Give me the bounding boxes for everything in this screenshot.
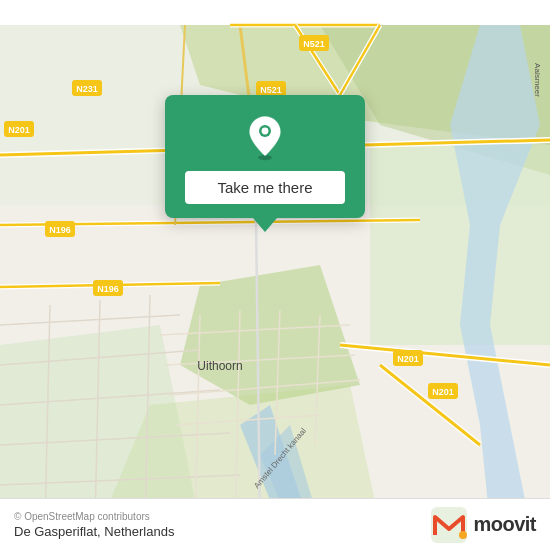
svg-text:N231: N231 [76, 84, 98, 94]
map-container: N521 N521 N231 N201 N196 N196 N201 N201 … [0, 0, 550, 550]
svg-text:N521: N521 [260, 85, 282, 95]
svg-point-69 [459, 531, 467, 539]
take-me-there-button[interactable]: Take me there [185, 171, 345, 204]
bottom-bar: © OpenStreetMap contributors De Gasperif… [0, 498, 550, 550]
copyright-text: © OpenStreetMap contributors [14, 511, 174, 522]
moovit-logo: moovit [431, 507, 536, 543]
svg-text:Aalsmeer: Aalsmeer [533, 63, 542, 97]
svg-text:N201: N201 [8, 125, 30, 135]
location-name: De Gasperiflat, Netherlands [14, 524, 174, 539]
map-background: N521 N521 N231 N201 N196 N196 N201 N201 … [0, 0, 550, 550]
location-pin-icon [241, 113, 289, 161]
svg-text:N521: N521 [303, 39, 325, 49]
popup-card: Take me there [165, 95, 365, 218]
svg-text:N201: N201 [397, 354, 419, 364]
svg-text:Uithoorn: Uithoorn [197, 359, 242, 373]
moovit-icon [431, 507, 467, 543]
svg-point-67 [262, 128, 269, 135]
svg-text:N196: N196 [49, 225, 71, 235]
moovit-text: moovit [473, 513, 536, 536]
svg-text:N196: N196 [97, 284, 119, 294]
svg-text:N201: N201 [432, 387, 454, 397]
